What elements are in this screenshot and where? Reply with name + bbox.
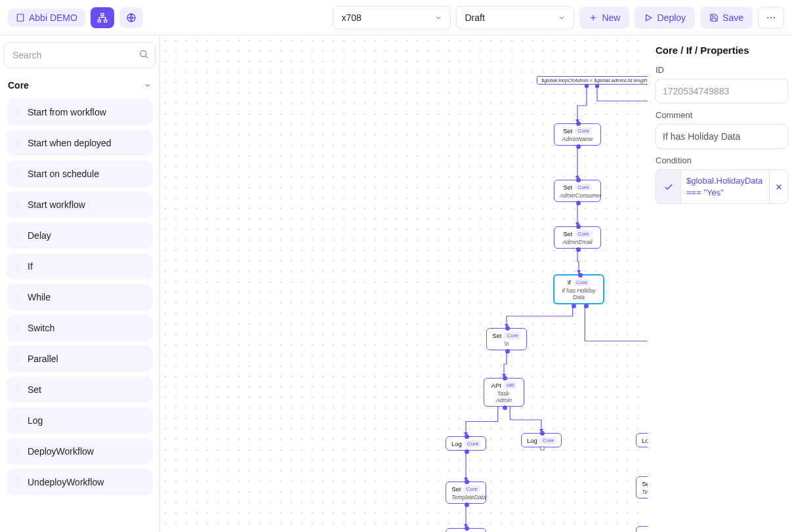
node-port[interactable]	[576, 144, 581, 149]
condition-expression[interactable]: $global.HolidayData === "Yes"	[680, 169, 770, 204]
more-button[interactable]	[758, 7, 784, 29]
palette-item[interactable]: Start workflow	[7, 192, 153, 218]
flow-node[interactable]: SetCoreTemplateData	[446, 481, 486, 504]
palette-item-label: While	[28, 292, 51, 302]
ellipsis-icon	[766, 12, 776, 23]
node-port[interactable]	[576, 224, 581, 229]
node-label: AdminConsumer	[560, 192, 595, 199]
node-kind: Set	[563, 127, 572, 134]
node-port[interactable]	[584, 304, 589, 308]
svg-point-16	[774, 16, 775, 18]
node-tag: HR	[504, 382, 517, 389]
node-port[interactable]	[576, 247, 581, 252]
comment-field[interactable]	[656, 124, 788, 149]
drag-handle-icon	[14, 388, 22, 391]
svg-line-18	[146, 56, 148, 58]
flow-node[interactable]: IfCoreIf has Holiday Data	[553, 274, 604, 304]
svg-point-17	[140, 51, 146, 56]
node-port[interactable]	[503, 405, 507, 410]
flow-node[interactable]: SetCore\n	[486, 328, 527, 350]
node-port[interactable]	[576, 201, 581, 205]
drag-handle-icon	[14, 234, 22, 237]
workflow-graph-button[interactable]	[91, 7, 114, 28]
condition-check[interactable]	[656, 169, 680, 204]
node-port[interactable]	[578, 273, 583, 277]
node-label: Task-Admin	[490, 390, 518, 403]
flow-node[interactable]: SetCoreAdminEmail	[554, 226, 601, 249]
node-port[interactable]	[505, 326, 510, 331]
condition-remove[interactable]	[770, 169, 788, 204]
palette-item[interactable]: DeployWorkflow	[7, 438, 153, 464]
flow-node[interactable]: LogCore	[446, 528, 486, 532]
node-port[interactable]	[576, 178, 581, 182]
node-port[interactable]	[465, 449, 469, 454]
flow-node[interactable]: SetCoreTemplateData	[636, 476, 648, 499]
flow-node[interactable]: LogCore	[446, 436, 486, 451]
node-kind: Set	[492, 332, 501, 339]
globe-button[interactable]	[119, 7, 143, 28]
palette-item[interactable]: Parallel	[7, 346, 153, 372]
search-input[interactable]	[4, 42, 156, 68]
node-port[interactable]	[465, 502, 469, 507]
palette-item[interactable]: Switch	[7, 315, 153, 341]
comment-label: Comment	[656, 110, 788, 120]
node-tag: Core	[504, 332, 520, 339]
node-kind: API	[491, 382, 501, 389]
palette-item[interactable]: Start on schedule	[7, 161, 153, 187]
save-icon	[709, 13, 719, 22]
node-port[interactable]	[465, 526, 469, 531]
node-kind: Set	[563, 230, 572, 237]
deploy-label: Deploy	[657, 12, 686, 23]
flow-node[interactable]: SetCoreAdminName	[554, 123, 601, 146]
palette-item-label: Parallel	[28, 354, 58, 364]
svg-point-14	[767, 16, 768, 18]
node-port[interactable]	[465, 480, 469, 484]
node-port[interactable]	[540, 446, 545, 451]
deploy-button[interactable]: Deploy	[635, 7, 695, 29]
save-label: Save	[722, 12, 743, 23]
node-tag: Core	[540, 437, 556, 444]
brand-label: Abbi DEMO	[29, 12, 77, 23]
chevron-down-icon	[558, 14, 566, 22]
palette-item[interactable]: Set	[7, 377, 153, 403]
node-label: AdminName	[560, 136, 595, 142]
node-tag: Core	[465, 440, 481, 447]
palette-item[interactable]: While	[7, 284, 153, 310]
chevron-down-icon	[434, 14, 442, 22]
flow-node[interactable]: LogCore	[521, 433, 562, 447]
flow-node[interactable]: LogCore	[636, 433, 648, 447]
node-port[interactable]	[505, 349, 510, 354]
drag-handle-icon	[14, 111, 22, 113]
node-label: \n	[492, 340, 521, 347]
node-kind: Set	[642, 480, 648, 487]
workflow-select[interactable]: x708	[333, 6, 451, 30]
palette-item[interactable]: Start from workflow	[7, 99, 153, 125]
flow-node[interactable]: LogCore	[636, 526, 648, 532]
node-port[interactable]	[503, 376, 507, 380]
svg-rect-0	[17, 14, 23, 21]
node-tag: Core	[573, 279, 590, 286]
palette-item[interactable]: If	[7, 253, 153, 279]
brand-pill[interactable]: Abbi DEMO	[8, 9, 85, 27]
node-port[interactable]	[540, 431, 545, 436]
save-button[interactable]: Save	[700, 7, 753, 29]
state-select[interactable]: Draft	[456, 6, 574, 30]
palette-item[interactable]: UndeployWorkflow	[7, 469, 153, 495]
building-icon	[16, 13, 25, 22]
node-port[interactable]	[576, 121, 581, 126]
palette-group-header[interactable]: Core	[4, 76, 156, 94]
flow-node[interactable]: SetCoreAdminConsumer	[554, 180, 601, 202]
node-port[interactable]	[465, 434, 469, 439]
palette-item[interactable]: Log	[7, 407, 153, 434]
id-label: ID	[656, 65, 788, 75]
palette-item[interactable]: Delay	[7, 222, 153, 249]
flow-node[interactable]: APIHRTask-Admin	[484, 378, 524, 407]
canvas[interactable]: $global.loopCtrAdmin < $global.adminList…	[160, 35, 648, 532]
node-port[interactable]	[572, 304, 576, 308]
svg-rect-8	[98, 20, 100, 22]
new-button[interactable]: New	[579, 7, 629, 29]
palette-group-label: Core	[8, 80, 29, 91]
palette-item[interactable]: Start when deployed	[7, 130, 153, 156]
drag-handle-icon	[14, 481, 22, 483]
node-tag: Core	[575, 127, 591, 134]
